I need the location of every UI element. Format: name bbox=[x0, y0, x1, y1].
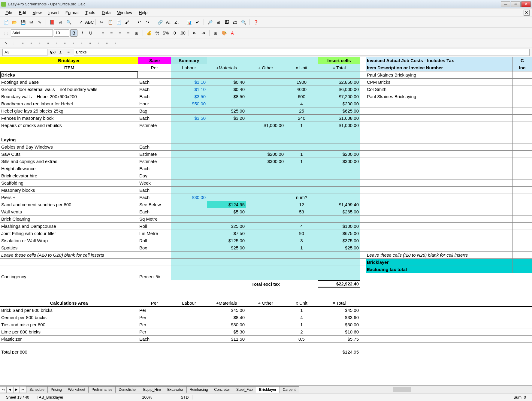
table-row-per[interactable]: Roll bbox=[138, 237, 171, 244]
menu-help[interactable]: Help bbox=[136, 9, 150, 16]
table-row-materials[interactable] bbox=[207, 165, 246, 172]
tool14-icon[interactable]: ▫ bbox=[112, 39, 119, 47]
table-row-other[interactable] bbox=[246, 223, 285, 230]
section-bricks[interactable]: Bricks bbox=[0, 71, 138, 78]
tool3-icon[interactable]: ▫ bbox=[19, 39, 26, 47]
sheet-tab-steel_fab[interactable]: Steel_Fab bbox=[233, 386, 256, 393]
sheet-tab-bricklayer[interactable]: Bricklayer bbox=[256, 386, 280, 393]
table-row-item[interactable]: Piers + bbox=[0, 194, 138, 201]
table-row-unit[interactable]: num? bbox=[285, 194, 318, 201]
table-row-materials[interactable]: $124.95 bbox=[207, 201, 246, 208]
table-row-item[interactable]: Sills and copings and extras bbox=[0, 158, 138, 165]
table-row-materials[interactable]: $8.40 bbox=[207, 314, 246, 321]
tool8-icon[interactable]: ▫ bbox=[61, 39, 68, 47]
underline-icon[interactable]: U bbox=[87, 29, 94, 37]
table-row-item[interactable]: Spotties bbox=[0, 244, 138, 251]
table-row-unit[interactable]: 3 bbox=[285, 237, 318, 244]
total-label[interactable]: Total excl tax bbox=[246, 280, 285, 288]
table-row-item[interactable]: Cement per 800 bricks bbox=[0, 314, 138, 321]
inv-row[interactable] bbox=[366, 187, 513, 194]
table-row-unit[interactable]: 4000 bbox=[285, 86, 318, 93]
inv-row[interactable] bbox=[366, 223, 513, 230]
table-row-total[interactable] bbox=[318, 143, 360, 150]
table-row-labour[interactable] bbox=[171, 336, 207, 342]
table-row-total[interactable]: $7,200.00 bbox=[318, 93, 360, 100]
table-row-item[interactable]: Brick Cleaning bbox=[0, 216, 138, 222]
table-row-other[interactable] bbox=[246, 187, 285, 194]
redo-icon[interactable]: ↷ bbox=[144, 19, 151, 26]
tool9-icon[interactable]: ▫ bbox=[70, 39, 77, 47]
inv-row[interactable] bbox=[366, 244, 513, 251]
table-row-labour[interactable] bbox=[171, 223, 207, 230]
table-row-labour[interactable] bbox=[171, 172, 207, 179]
table-row-materials[interactable]: $11.50 bbox=[207, 336, 246, 342]
menu-view[interactable]: View bbox=[30, 9, 45, 16]
table-row-labour[interactable]: $30.00 bbox=[171, 194, 207, 201]
table-row-other[interactable] bbox=[246, 336, 285, 342]
italic-icon[interactable]: I bbox=[79, 29, 86, 37]
close-button[interactable]: ✕ bbox=[521, 1, 531, 7]
undo-icon[interactable]: ↶ bbox=[136, 19, 143, 26]
table-row-other[interactable] bbox=[246, 179, 285, 186]
table-row-per[interactable]: Estimate bbox=[138, 151, 171, 158]
maximize-button[interactable]: ▭ bbox=[511, 1, 521, 7]
menu-format[interactable]: Format bbox=[62, 9, 82, 16]
table-row-total[interactable]: $200.00 bbox=[318, 151, 360, 158]
tab-next-icon[interactable]: ▶ bbox=[13, 386, 20, 393]
sort-desc-icon[interactable]: Z↓ bbox=[173, 19, 180, 26]
close-document-button[interactable]: ✕ bbox=[524, 10, 530, 16]
spellcheck-icon[interactable]: ✓ bbox=[77, 19, 85, 26]
hyperlink-icon[interactable]: 🔗 bbox=[156, 19, 164, 26]
table-row-per[interactable]: Each bbox=[138, 336, 171, 342]
cell[interactable] bbox=[207, 57, 246, 64]
summary-excl-tax[interactable]: Excluding tax total bbox=[366, 266, 513, 273]
table-row-item[interactable]: Repairs of cracks and rebuilds bbox=[0, 122, 138, 129]
menu-file[interactable]: File bbox=[2, 9, 15, 16]
table-row-per[interactable]: Each bbox=[138, 187, 171, 194]
table-row-other[interactable] bbox=[246, 208, 285, 215]
table-row-labour[interactable] bbox=[171, 201, 207, 208]
table-row-unit[interactable]: 1 bbox=[285, 244, 318, 251]
align-right-icon[interactable]: ≡ bbox=[116, 29, 123, 37]
table-row-per[interactable]: Week bbox=[138, 179, 171, 186]
table-row-item[interactable]: Footings and Base bbox=[0, 79, 138, 86]
table-row-other[interactable] bbox=[246, 165, 285, 172]
table-row-labour[interactable] bbox=[171, 216, 207, 222]
table-row-total[interactable]: $1,499.40 bbox=[318, 201, 360, 208]
contingency-per[interactable]: Percent % bbox=[138, 273, 171, 280]
table-row-materials[interactable] bbox=[207, 187, 246, 194]
invoiced-subtitle[interactable]: Item Description or Invoice Number bbox=[366, 64, 513, 71]
table-row-item[interactable]: Bondbeam and reo labour for Hebel bbox=[0, 100, 138, 107]
tool10-icon[interactable]: ▫ bbox=[78, 39, 85, 47]
table-row-other[interactable]: $1,000.00 bbox=[246, 122, 285, 129]
select-icon[interactable]: ⬚ bbox=[11, 39, 18, 47]
inv-row[interactable] bbox=[366, 115, 513, 122]
navigator-icon[interactable]: ⊞ bbox=[215, 19, 222, 26]
currency-icon[interactable]: 💰 bbox=[145, 29, 153, 37]
datasources-icon[interactable]: 🗃 bbox=[231, 19, 239, 26]
table-row-labour[interactable] bbox=[171, 307, 207, 314]
table-row-labour[interactable] bbox=[171, 143, 207, 150]
inv-row[interactable]: Col Smith bbox=[366, 86, 513, 93]
table-row-item[interactable]: Sand and cement sundries per 800 bbox=[0, 201, 138, 208]
table-row-materials[interactable] bbox=[207, 179, 246, 186]
cell-reference-input[interactable] bbox=[2, 49, 47, 56]
table-row-materials[interactable]: $30.00 bbox=[207, 321, 246, 328]
autospell-icon[interactable]: ABC bbox=[86, 19, 93, 26]
table-row-labour[interactable]: $1.10 bbox=[171, 79, 207, 86]
summary-button-cell[interactable]: Summary bbox=[171, 57, 207, 64]
table-row-per[interactable]: Each bbox=[138, 165, 171, 172]
table-row-per[interactable]: Each bbox=[138, 143, 171, 150]
table-row-total[interactable] bbox=[318, 179, 360, 186]
inv-row[interactable] bbox=[366, 237, 513, 244]
save-button-cell[interactable]: Save bbox=[138, 57, 171, 64]
table-row-other[interactable] bbox=[246, 321, 285, 328]
inv-row[interactable]: Paul Skaines Bricklaying bbox=[366, 71, 513, 78]
table-row-materials[interactable]: $25.00 bbox=[207, 244, 246, 251]
inv-row[interactable] bbox=[366, 216, 513, 222]
table-row-other[interactable]: $200.00 bbox=[246, 151, 285, 158]
table-row-unit[interactable] bbox=[285, 165, 318, 172]
table-row-item[interactable]: Saw Cuts bbox=[0, 151, 138, 158]
table-row-unit[interactable] bbox=[285, 179, 318, 186]
table-row-item[interactable]: Ground floor external walls – not bounda… bbox=[0, 86, 138, 93]
